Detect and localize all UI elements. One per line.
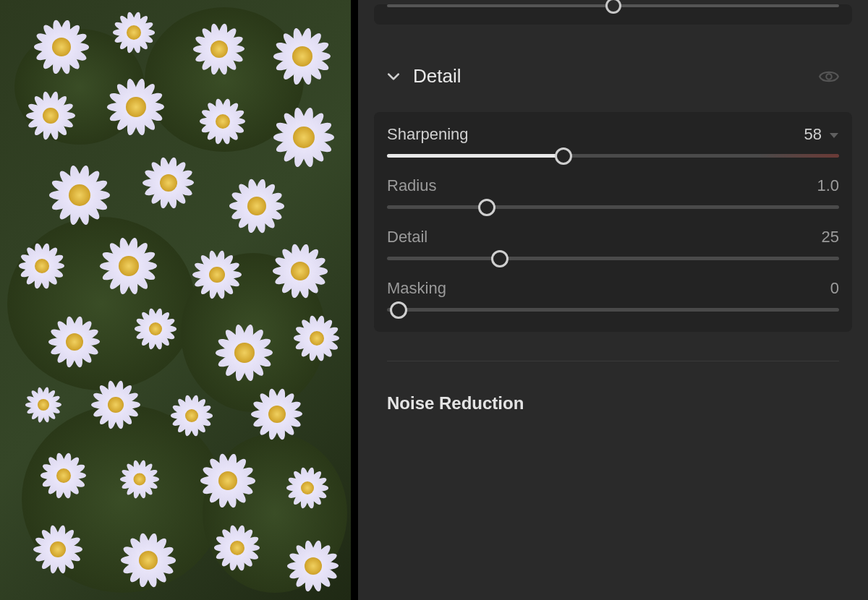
preview-photo <box>0 0 351 600</box>
detail-label: Detail <box>387 228 427 247</box>
noise-reduction-header: Noise Reduction <box>358 361 868 413</box>
detail-slider-row: Detail 25 <box>387 228 839 260</box>
masking-slider-handle[interactable] <box>390 301 407 319</box>
partial-slider-track[interactable] <box>387 4 839 7</box>
masking-slider-row: Masking 0 <box>387 279 839 312</box>
sharpening-slider-handle[interactable] <box>555 147 572 165</box>
chevron-down-icon <box>387 70 400 83</box>
masking-slider-track[interactable] <box>387 308 839 312</box>
eye-icon[interactable] <box>819 67 839 87</box>
masking-label: Masking <box>387 279 446 298</box>
sharpening-slider-track[interactable] <box>387 154 839 158</box>
detail-slider-handle[interactable] <box>491 250 509 267</box>
sharpening-value[interactable]: 58 <box>804 125 839 144</box>
radius-label: Radius <box>387 176 436 195</box>
section-title: Detail <box>413 65 819 87</box>
partial-slider-handle[interactable] <box>605 0 621 14</box>
noise-reduction-title: Noise Reduction <box>387 393 524 413</box>
svg-point-0 <box>826 74 831 79</box>
masking-value[interactable]: 0 <box>830 279 839 298</box>
radius-value[interactable]: 1.0 <box>817 176 839 195</box>
triangle-down-icon[interactable] <box>829 125 839 144</box>
detail-panel: Detail Sharpening 58 Radius <box>358 0 868 600</box>
image-preview-pane[interactable] <box>0 0 358 600</box>
previous-slider-group-partial <box>374 4 852 25</box>
radius-slider-handle[interactable] <box>478 199 495 216</box>
radius-slider-track[interactable] <box>387 205 839 209</box>
detail-slider-track[interactable] <box>387 257 839 260</box>
detail-value[interactable]: 25 <box>822 228 839 247</box>
radius-slider-row: Radius 1.0 <box>387 176 839 209</box>
detail-section-header[interactable]: Detail <box>358 38 868 112</box>
sharpening-slider-row: Sharpening 58 <box>387 125 839 158</box>
sharpening-slider-group: Sharpening 58 Radius 1.0 <box>374 112 852 332</box>
sharpening-label: Sharpening <box>387 125 469 144</box>
